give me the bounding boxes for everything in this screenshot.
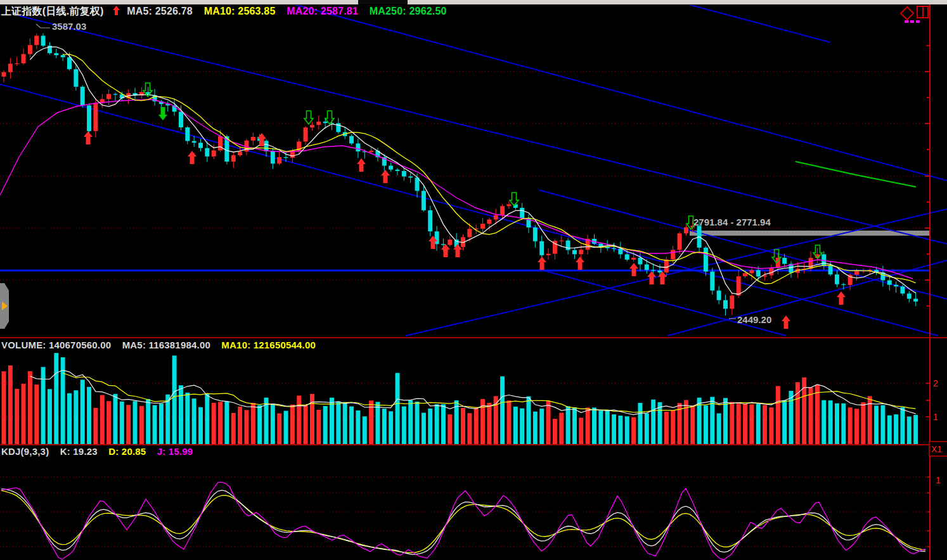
- symbol-title: 上证指数(日线.前复权): [1, 6, 104, 16]
- volume-ma10-readout: MA10: 121650544.00: [221, 340, 316, 350]
- trendline: [19, 16, 947, 244]
- buy-signal-arrow: [357, 158, 366, 172]
- expand-arrow-icon: [2, 302, 8, 310]
- volume-header: VOLUME: 140670560.00 MA5: 116381984.00 M…: [1, 340, 324, 350]
- trend-up-arrow-icon: [112, 5, 120, 16]
- stock-chart-app: 211X1 上证指数(日线.前复权) MA5: 2526.78 MA10: 25…: [0, 0, 947, 560]
- buy-signal-arrow: [188, 151, 196, 164]
- annotation-high-price: 3587.03: [52, 21, 86, 32]
- kdj-j-line: [1, 482, 925, 559]
- sell-signal-arrow: [304, 111, 313, 124]
- kdj-d-line: [1, 490, 925, 552]
- sell-signal-arrow: [510, 193, 519, 206]
- volume-axis-label: 1: [933, 412, 938, 422]
- kdj-title: KDJ(9,3,3): [1, 446, 49, 457]
- annotation-gap-range: 2791.84 - 2771.94: [693, 217, 771, 227]
- kdj-axis-label: 1: [936, 475, 941, 485]
- ma20-readout: MA20: 2587.81: [287, 6, 358, 16]
- more-dots-icon[interactable]: [905, 20, 908, 23]
- ma250-line: [796, 162, 916, 187]
- kdj-k-line: [1, 489, 925, 554]
- buy-signal-arrow: [658, 271, 667, 284]
- kdj-k-readout: K: 19.23: [60, 446, 98, 457]
- diamond-tool-icon[interactable]: [901, 7, 913, 20]
- ma5-readout: MA5: 2526.78: [127, 6, 193, 16]
- sidebar-expand-handle[interactable]: [0, 283, 9, 329]
- volume-ma5-readout: MA5: 116381984.00: [122, 340, 210, 350]
- buy-signal-arrow: [381, 170, 390, 183]
- buy-signal-arrow: [782, 315, 790, 329]
- trendline: [672, 0, 830, 42]
- ma250-readout: MA250: 2962.50: [370, 6, 447, 16]
- buy-signal-arrow: [84, 131, 93, 144]
- chart-canvas[interactable]: 211X1: [0, 0, 947, 560]
- buy-signal-arrow: [441, 244, 450, 257]
- trendline: [0, 84, 938, 336]
- more-dots-icon[interactable]: [910, 20, 914, 23]
- buy-signal-arrow: [538, 257, 546, 270]
- volume-readout: VOLUME: 140670560.00: [1, 340, 111, 350]
- main-chart-header: 上证指数(日线.前复权) MA5: 2526.78 MA10: 2563.85 …: [1, 5, 455, 18]
- kdj-j-readout: J: 15.99: [157, 446, 193, 457]
- buy-signal-arrow: [837, 291, 846, 305]
- ma10-readout: MA10: 2563.85: [204, 6, 276, 16]
- volume-axis-label: 2: [933, 378, 938, 388]
- kdj-d-readout: D: 20.85: [108, 446, 146, 457]
- x1-badge-label: X1: [931, 444, 942, 454]
- trendline: [667, 260, 947, 336]
- buy-signal-arrow: [576, 257, 584, 270]
- more-dots-icon[interactable]: [916, 20, 920, 23]
- kdj-header: KDJ(9,3,3) K: 19.23 D: 20.85 J: 15.99: [1, 446, 201, 457]
- annotation-low-price: 2449.20: [737, 314, 771, 325]
- sell-signal-arrow-solid: [158, 107, 167, 120]
